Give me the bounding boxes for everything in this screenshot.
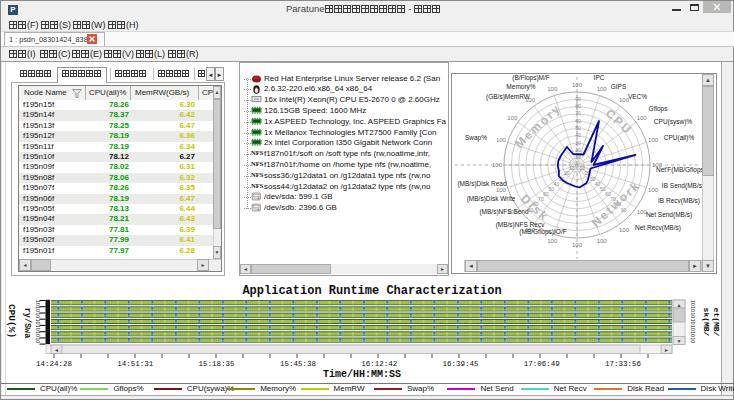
svg-text:►: ► [664, 347, 669, 353]
svg-text:et(MB/: et(MB/ [712, 308, 721, 337]
svg-text:100: 100 [597, 238, 608, 244]
svg-text:50: 50 [575, 125, 581, 131]
svg-text:CPU(sysw)%: CPU(sysw)% [654, 118, 692, 126]
svg-text:60: 60 [575, 118, 581, 124]
svg-text:Swap%: Swap% [465, 134, 487, 142]
svg-text:100: 100 [597, 86, 608, 92]
svg-text:100: 100 [547, 238, 558, 244]
svg-text:16:39:45: 16:39:45 [442, 360, 479, 368]
svg-text:GIPS: GIPS [611, 83, 627, 90]
svg-text:50: 50 [548, 186, 554, 192]
svg-text:Memory%: Memory% [506, 83, 535, 91]
svg-text:14:24:28: 14:24:28 [36, 360, 72, 368]
svg-text:100: 100 [648, 187, 659, 193]
svg-text:10: 10 [35, 337, 41, 343]
svg-text:100: 100 [572, 82, 583, 88]
svg-text:Net Recv(MB/s): Net Recv(MB/s) [635, 224, 681, 232]
svg-text:Gflops: Gflops [649, 105, 669, 113]
svg-text:10: 10 [690, 337, 696, 343]
svg-text:15:18:35: 15:18:35 [199, 360, 236, 368]
svg-text:16:12:42: 16:12:42 [361, 360, 397, 368]
svg-text:100: 100 [507, 115, 518, 121]
svg-text:100: 100 [572, 242, 583, 248]
svg-text:80: 80 [575, 103, 581, 109]
svg-text:10: 10 [35, 300, 41, 306]
svg-text:10: 10 [690, 318, 696, 324]
svg-text:(MB/s)NFS Recv: (MB/s)NFS Recv [496, 221, 546, 229]
svg-text:10: 10 [35, 306, 41, 312]
svg-text:(MB/Gflops)IO/F: (MB/Gflops)IO/F [519, 228, 566, 236]
svg-text:100: 100 [492, 162, 503, 168]
svg-text:100: 100 [637, 115, 648, 121]
svg-text:(MB/s)NFS Send: (MB/s)NFS Send [479, 208, 529, 216]
svg-text:60: 60 [543, 191, 549, 197]
svg-text:10: 10 [690, 312, 696, 318]
svg-text:CPU(all)%: CPU(all)% [664, 134, 695, 142]
svg-text:10: 10 [35, 312, 41, 318]
svg-text:10: 10 [569, 165, 575, 171]
svg-text:14:51:31: 14:51:31 [117, 360, 154, 368]
svg-text:40: 40 [575, 132, 581, 138]
svg-text:▼: ▼ [677, 338, 682, 344]
svg-text:100: 100 [648, 137, 659, 143]
svg-text:(MB/s)Disk Read: (MB/s)Disk Read [457, 180, 507, 188]
svg-text:ry/Swa: ry/Swa [22, 308, 32, 339]
svg-text:10: 10 [690, 325, 696, 331]
svg-text:10: 10 [690, 306, 696, 312]
svg-text:10: 10 [35, 318, 41, 324]
svg-text:Application Runtime Characteri: Application Runtime Characterization [242, 284, 501, 298]
svg-text:sk(MB/: sk(MB/ [702, 308, 711, 337]
svg-text:IB Recv(MB/s): IB Recv(MB/s) [658, 197, 700, 205]
svg-text:100: 100 [496, 187, 507, 193]
svg-text:17:33:56: 17:33:56 [605, 360, 642, 368]
svg-text:IB Send(MB/s): IB Send(MB/s) [662, 182, 704, 190]
svg-text:CPU(%): CPU(%) [6, 304, 17, 338]
svg-text:30: 30 [575, 140, 581, 146]
svg-text:100: 100 [619, 227, 630, 233]
svg-text:10: 10 [35, 325, 41, 331]
svg-text:40: 40 [554, 181, 560, 187]
svg-text:(B/Flops)M/F: (B/Flops)M/F [512, 74, 550, 82]
svg-text:Net Send(MB/s): Net Send(MB/s) [646, 211, 692, 219]
svg-text:10: 10 [690, 331, 696, 337]
svg-text:100: 100 [496, 137, 507, 143]
svg-text:10: 10 [690, 300, 696, 306]
svg-text:Net'F(MB/Gflops): Net'F(MB/Gflops) [656, 166, 706, 174]
svg-text:◄: ◄ [54, 347, 59, 353]
svg-text:20: 20 [564, 170, 570, 176]
svg-text:100: 100 [547, 86, 558, 92]
svg-text:70: 70 [575, 110, 581, 116]
svg-text:(MB/s)Disk Write: (MB/s)Disk Write [467, 195, 516, 203]
svg-text:90: 90 [575, 96, 581, 102]
svg-text:15:45:38: 15:45:38 [280, 360, 316, 368]
svg-text:10: 10 [35, 331, 41, 337]
svg-text:17:06:49: 17:06:49 [524, 360, 560, 368]
svg-text:Time/HH:MM:SS: Time/HH:MM:SS [323, 369, 401, 380]
svg-text:VEC%: VEC% [628, 93, 647, 100]
svg-text:(GB/s)MemRW: (GB/s)MemRW [486, 93, 531, 101]
svg-text:20: 20 [575, 147, 581, 153]
svg-text:IPC: IPC [594, 74, 605, 81]
svg-text:▲: ▲ [677, 302, 682, 308]
